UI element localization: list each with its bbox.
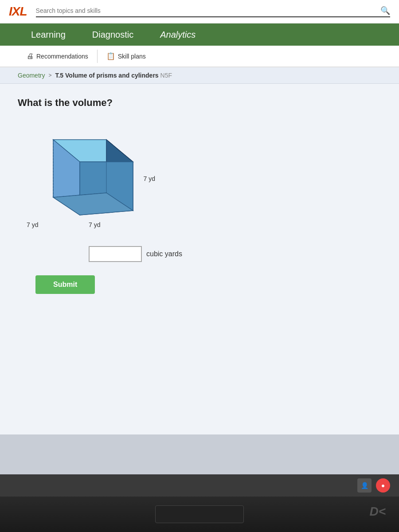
nav-analytics[interactable]: Analytics [147,24,209,45]
main-content: What is the volume? 7 yd 7 yd [0,84,399,434]
dimension-label-depth: 7 yd [27,221,38,228]
search-button[interactable]: 🔍 [380,6,390,16]
skill-plans-label: Skill plans [118,53,146,60]
breadcrumb-skill: T.5 Volume of prisms and cylinders N5F [55,72,172,79]
dell-logo: D< [369,505,386,519]
submit-button[interactable]: Submit [35,275,95,294]
breadcrumb-subject[interactable]: Geometry [18,72,45,79]
nav-bar: Learning Diagnostic Analytics [0,23,399,46]
dimension-label-height: 7 yd [144,175,155,182]
recommendations-label: Recommendations [36,53,88,60]
recommendations-link[interactable]: 🖨 Recommendations [18,50,97,63]
breadcrumb: Geometry > T.5 Volume of prisms and cyli… [0,67,399,84]
cube-diagram: 7 yd 7 yd 7 yd [18,122,160,246]
answer-unit: cubic yards [146,250,182,258]
answer-row: cubic yards [89,246,381,262]
top-bar: IXL 🔍 [0,0,399,23]
answer-input[interactable] [89,246,142,262]
dimension-label-width: 7 yd [89,221,100,228]
search-input[interactable] [36,7,377,14]
laptop-bezel [0,497,399,532]
nav-diagnostic[interactable]: Diagnostic [79,24,147,45]
search-bar: 🔍 [36,6,390,17]
recommendations-icon: 🖨 [27,52,34,60]
cube-svg [18,122,142,228]
taskbar-user-icon[interactable]: 👤 [357,478,372,493]
breadcrumb-separator: > [48,72,51,78]
ixl-logo[interactable]: IXL [9,4,27,19]
sub-nav: 🖨 Recommendations 📋 Skill plans [0,46,399,67]
question-title: What is the volume? [18,97,381,109]
trackpad[interactable] [155,505,244,523]
taskbar: 👤 ● [0,474,399,497]
skill-plans-icon: 📋 [106,52,115,60]
nav-learning[interactable]: Learning [18,24,79,45]
skill-plans-link[interactable]: 📋 Skill plans [98,49,155,63]
taskbar-chrome-icon[interactable]: ● [376,478,390,493]
skill-code: N5F [160,72,172,79]
